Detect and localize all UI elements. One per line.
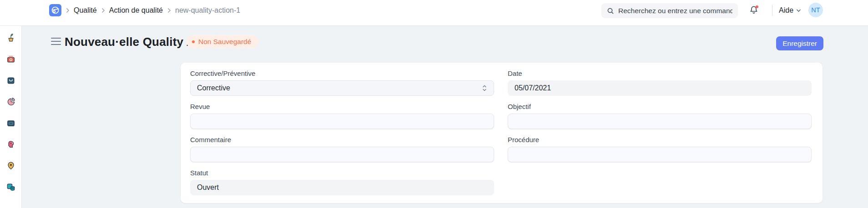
form-card: Corrective/Préventive Corrective Date 05… bbox=[181, 63, 823, 203]
revue-input[interactable] bbox=[190, 114, 494, 129]
objectif-label: Objectif bbox=[508, 103, 812, 110]
field-procedure: Procédure bbox=[508, 136, 812, 162]
corrective-preventive-select[interactable]: Corrective bbox=[190, 80, 494, 96]
chevron-down-icon bbox=[796, 9, 801, 12]
date-label: Date bbox=[508, 70, 812, 77]
field-statut: Statut Ouvert bbox=[190, 169, 494, 195]
help-menu[interactable]: Aide bbox=[779, 0, 801, 20]
chevron-right-icon bbox=[167, 8, 171, 13]
app-logo-icon[interactable] bbox=[49, 4, 61, 16]
field-revue: Revue bbox=[190, 103, 494, 129]
field-objectif: Objectif bbox=[508, 103, 812, 129]
statut-value: Ouvert bbox=[197, 183, 219, 192]
breadcrumb-item-current: new-quality-action-1 bbox=[175, 6, 240, 15]
procedure-input[interactable] bbox=[508, 147, 812, 162]
map-pin-icon[interactable] bbox=[5, 160, 16, 171]
statut-value-field: Ouvert bbox=[190, 180, 494, 195]
notification-dot bbox=[756, 5, 758, 8]
field-date: Date 05/07/2021 bbox=[508, 70, 812, 96]
commentaire-input[interactable] bbox=[190, 147, 494, 162]
notifications-button[interactable] bbox=[749, 5, 760, 16]
form-grid: Corrective/Préventive Corrective Date 05… bbox=[181, 63, 823, 203]
chevron-right-icon bbox=[101, 8, 105, 13]
status-badge: Non Sauvegardé bbox=[187, 35, 258, 48]
shopping-bag-icon[interactable] bbox=[5, 75, 16, 86]
field-commentaire: Commentaire bbox=[190, 136, 494, 162]
camera-box-icon[interactable] bbox=[5, 54, 16, 64]
field-corrective-preventive: Corrective/Préventive Corrective bbox=[190, 70, 494, 96]
status-badge-label: Non Sauvegardé bbox=[198, 38, 251, 46]
navbar: Qualité Action de qualité new-quality-ac… bbox=[0, 0, 868, 26]
breadcrumb-item-action-de-qualite[interactable]: Action de qualité bbox=[109, 6, 163, 15]
commentaire-label: Commentaire bbox=[190, 136, 494, 143]
save-button[interactable]: Enregistrer bbox=[776, 36, 823, 50]
breadcrumb-item-qualite[interactable]: Qualité bbox=[74, 6, 97, 15]
corrective-preventive-value: Corrective bbox=[197, 84, 230, 92]
search-input[interactable] bbox=[618, 7, 732, 15]
search-icon bbox=[607, 7, 614, 15]
select-arrows-icon bbox=[482, 84, 487, 92]
grid-spacer bbox=[508, 169, 812, 203]
user-avatar[interactable]: NT bbox=[808, 3, 823, 17]
page-header: Nouveau·elle Quality Action Non Sauvegar… bbox=[0, 32, 868, 52]
chevron-right-icon bbox=[66, 8, 70, 13]
procedure-label: Procédure bbox=[508, 136, 812, 143]
wallet-icon[interactable] bbox=[5, 118, 16, 129]
pie-chart-icon[interactable] bbox=[5, 96, 16, 107]
date-value: 05/07/2021 bbox=[515, 84, 551, 92]
date-input[interactable]: 05/07/2021 bbox=[508, 80, 812, 96]
status-dot-icon bbox=[192, 40, 195, 43]
global-search[interactable] bbox=[601, 3, 738, 18]
corrective-preventive-label: Corrective/Préventive bbox=[190, 70, 494, 77]
hamburger-icon[interactable] bbox=[51, 38, 61, 45]
help-label: Aide bbox=[779, 6, 793, 15]
workspace-sidebar bbox=[0, 26, 22, 208]
objectif-input[interactable] bbox=[508, 114, 812, 129]
glove-icon[interactable] bbox=[5, 139, 16, 150]
navbar-divider bbox=[772, 5, 772, 16]
avatar-initials: NT bbox=[811, 6, 820, 14]
revue-label: Revue bbox=[190, 103, 494, 110]
statut-label: Statut bbox=[190, 169, 494, 176]
breadcrumb: Qualité Action de qualité new-quality-ac… bbox=[66, 0, 240, 20]
database-icon[interactable] bbox=[5, 182, 16, 193]
